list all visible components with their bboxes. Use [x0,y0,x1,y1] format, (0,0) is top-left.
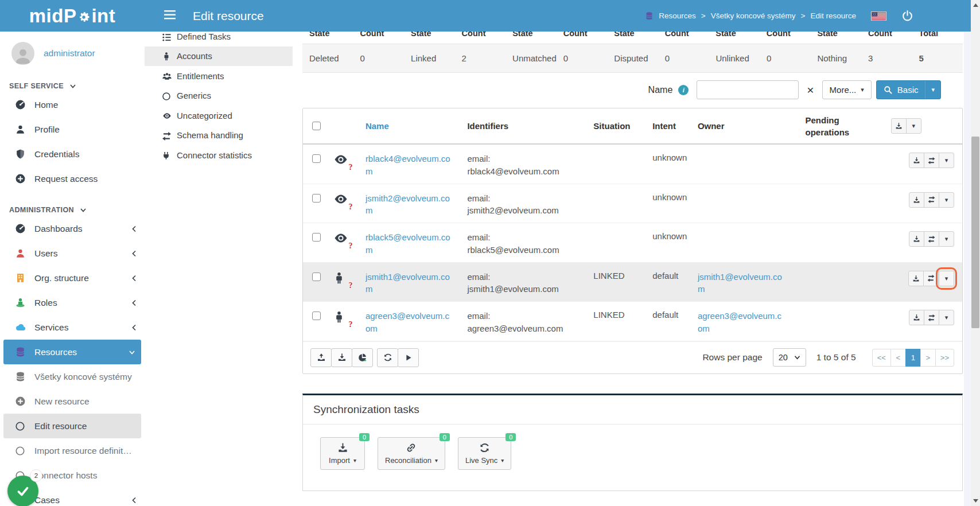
sidebar-item-request-access[interactable]: Request access [0,166,145,191]
sidebar-item-all-resources[interactable]: Všetky koncové systémy [0,364,145,389]
sidebar-item-dashboards[interactable]: Dashboards [0,216,145,241]
import-account-button[interactable] [909,231,924,247]
run-task-button[interactable] [398,348,419,367]
pager-prev-button[interactable]: < [890,349,906,367]
live-sync-task-button[interactable]: Live Sync▾ 0 [458,437,511,470]
row-menu-caret-button[interactable]: ▾ [939,153,954,168]
export-table-button[interactable] [891,118,907,134]
breadcrumb-edit-resource[interactable]: Edit resource [810,11,856,20]
column-header-name[interactable]: Name [362,108,464,144]
pager-page-1-button[interactable]: 1 [905,349,921,367]
sidebar-item-label: Credentials [34,149,137,159]
pager-next-button[interactable]: > [920,349,936,367]
caret-down-icon: ▾ [435,457,438,464]
breadcrumb-all-resources[interactable]: Všetky koncové systémy [711,11,796,20]
state-summary-header: State Count State Count State Count Stat… [302,32,963,44]
pending-operations-cell [802,223,888,263]
menu-item-schema-handling[interactable]: Schema handling [145,126,293,146]
row-menu-caret-button[interactable]: ▾ [939,192,954,208]
menu-item-uncategorized[interactable]: Uncategorized [145,106,293,126]
user-name-link[interactable]: administrator [44,48,95,59]
hamburger-menu-icon[interactable] [161,7,179,25]
upload-button[interactable] [310,348,332,367]
sidebar-item-home[interactable]: Home [0,92,145,117]
change-owner-button[interactable] [924,192,939,208]
pager-first-button[interactable]: << [872,349,891,367]
exchange-icon [928,196,935,203]
role-person-icon [15,297,34,308]
row-menu-caret-button[interactable]: ▾ [939,231,954,247]
search-input[interactable] [697,80,799,99]
import-account-button[interactable] [909,192,924,208]
clear-search-icon[interactable]: × [803,84,817,96]
scroll-down-arrow[interactable] [971,496,980,505]
download-button[interactable] [331,348,352,367]
row-checkbox[interactable] [312,194,321,203]
more-button[interactable]: More... ▾ [822,80,872,99]
breadcrumb-resources[interactable]: Resources [659,11,696,20]
import-account-button[interactable] [908,271,924,286]
import-account-button[interactable] [909,310,924,325]
refresh-button[interactable] [377,348,398,367]
menu-item-defined-tasks[interactable]: Defined Tasks [145,32,293,46]
sidebar-item-profile[interactable]: Profile [0,117,145,142]
sidebar-item-new-resource[interactable]: New resource [0,389,145,414]
top-bar: midPint Edit resource Resources > Všetky… [0,0,971,32]
identifier-type: email: [467,192,586,205]
state-name: Unlinked [709,53,760,63]
owner-link[interactable]: jsmith1@evolveum.com [698,271,784,296]
row-checkbox[interactable] [312,312,321,320]
row-menu-caret-button-highlighted[interactable]: ▾ [939,271,954,286]
account-name-link[interactable]: jsmith1@evolveum.com [365,271,452,296]
rows-per-page-select[interactable]: 20 [773,348,806,367]
account-name-link[interactable]: jsmith2@evolveum.com [365,192,452,217]
situation-cell: LINKED [590,302,649,341]
scrollbar-thumb[interactable] [971,137,979,328]
sidebar-item-users[interactable]: Users [0,241,145,266]
menu-item-accounts[interactable]: Accounts [145,46,293,67]
change-owner-button[interactable] [924,231,939,247]
sidebar-item-credentials[interactable]: Credentials [0,142,145,166]
account-name-link[interactable]: agreen3@evolveum.com [365,310,452,335]
logout-power-icon[interactable] [901,10,913,22]
section-administration[interactable]: ADMINISTRATION [0,204,145,216]
locale-flag-us[interactable] [871,11,886,21]
menu-item-connector-statistics[interactable]: Connector statistics [145,145,293,165]
account-name-link[interactable]: rblack5@evolveum.com [365,231,452,256]
section-self-service[interactable]: SELF SERVICE [0,80,145,92]
search-mode-caret[interactable]: ▾ [925,81,940,99]
sidebar-item-org-structure[interactable]: Org. structure [0,266,145,290]
create-report-button[interactable]: + [352,348,373,367]
change-owner-button[interactable] [924,310,939,325]
info-icon[interactable]: i [678,85,689,95]
change-owner-button[interactable] [923,271,939,286]
exchange-icon [928,157,935,164]
sidebar-item-edit-resource[interactable]: Edit resource [3,414,141,438]
sidebar-item-import-resource-definition[interactable]: Import resource definit… [0,438,145,463]
search-mode-button[interactable]: Basic ▾ [876,80,941,99]
reconciliation-task-button[interactable]: Reconciliation▾ 0 [378,437,445,470]
sidebar-item-roles[interactable]: Roles [0,290,145,315]
pager-last-button[interactable]: >> [935,349,954,367]
row-menu-caret-button[interactable]: ▾ [939,310,954,325]
sidebar-item-services[interactable]: Services [0,315,145,340]
sidebar-item-label: Profile [34,124,137,135]
account-name-link[interactable]: rblack4@evolveum.com [365,153,452,178]
menu-item-entitlements[interactable]: Entitlements [145,66,293,86]
row-checkbox[interactable] [312,273,321,281]
vertical-scrollbar[interactable] [971,0,980,506]
intent-cell: unknown [649,184,694,223]
row-checkbox[interactable] [312,154,321,163]
table-menu-caret-button[interactable]: ▾ [906,118,921,134]
row-checkbox[interactable] [312,233,321,242]
import-account-button[interactable] [909,153,924,168]
pending-operations-cell [802,184,888,223]
import-task-button[interactable]: Import▾ 0 [320,437,365,470]
menu-item-generics[interactable]: Generics [145,86,293,106]
change-owner-button[interactable] [924,153,939,168]
scroll-up-arrow[interactable] [971,1,980,10]
sidebar-item-resources[interactable]: Resources [3,340,141,364]
select-all-checkbox[interactable] [312,122,321,130]
owner-link[interactable]: agreen3@evolveum.com [698,310,784,335]
success-toast[interactable]: 2 [7,476,38,506]
